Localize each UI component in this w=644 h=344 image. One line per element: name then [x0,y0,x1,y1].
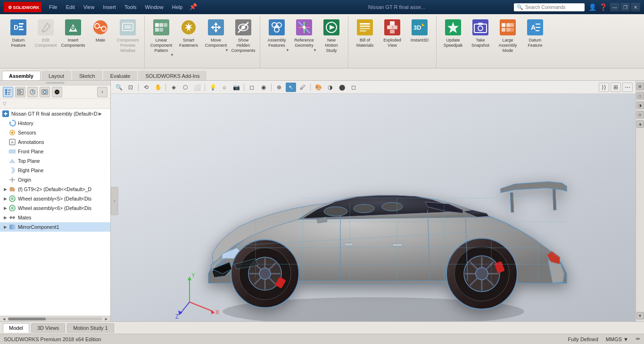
lp-top-handle[interactable] [0,81,110,85]
vp-right-toolbar: ⊞ ◻ ◑ ⊙ ◈ ▼ [636,81,644,321]
tab-assembly[interactable]: Assembly [2,71,41,80]
menu-tools[interactable]: Tools [121,3,140,11]
show-hidden-button[interactable]: ShowHiddenComponents [230,16,257,54]
move-component-button[interactable]: MoveComponent ▼ [202,16,230,57]
lp-feature-tree-btn[interactable] [3,87,13,97]
bottom-tab-3dviews[interactable]: 3D Views [31,323,65,333]
vp-zoom-fit-btn[interactable]: ⊡ [125,83,136,92]
vp-section-btn[interactable]: ◈ [168,83,179,92]
edit-component-button[interactable]: EditComponent [32,16,59,49]
menu-file[interactable]: File [45,3,61,11]
vp-ambiance-btn[interactable]: ◻ [348,83,359,92]
tab-layout[interactable]: Layout [41,71,71,80]
lp-appearance-btn[interactable] [52,87,62,97]
vp-right-btn-5[interactable]: ◈ [636,120,644,128]
tab-addins[interactable]: SOLIDWORKS Add-Ins [138,71,206,80]
tree-item-right-plane[interactable]: Right Plane [0,166,110,175]
vp-wireframe-btn[interactable]: ⬜ [192,83,202,92]
vp-right-expand-btn[interactable]: ⟩⟩ [599,83,609,92]
vp-camera-btn[interactable]: 📷 [231,83,241,92]
lp-property-manager-btn[interactable] [15,87,25,97]
wheel6-label: Wheel assembly<6> (Default<Dis [18,205,91,211]
question-icon[interactable]: ❓ [599,3,607,11]
datum-feature2-button[interactable]: A DatumFeature [521,16,549,49]
pin-icon[interactable]: 📌 [189,3,197,11]
menu-insert[interactable]: Insert [99,3,120,11]
vp-right-btn-1[interactable]: ⊞ [636,83,644,90]
insert-components-button[interactable]: + InsertComponents [59,16,87,49]
smart-fasteners-button[interactable]: SmartFasteners [175,16,202,49]
vp-normal-to-btn[interactable]: ⊕ [274,83,284,92]
menu-view[interactable]: View [80,3,99,11]
menu-window[interactable]: Window [141,3,167,11]
status-edit-icon[interactable]: ✏ [636,336,640,342]
vp-color-display-btn[interactable]: 🎨 [313,83,323,92]
reference-geometry-button[interactable]: ReferenceGeometry ▼ [290,16,318,57]
minimize-button[interactable]: — [610,3,619,11]
car-viewport-area[interactable]: Y X Z [111,94,636,321]
component-preview-button[interactable]: ComponentPreviewWindow [114,16,141,54]
units-label[interactable]: MMGS ▼ [606,336,628,342]
tree-item-wheel5[interactable]: ▶ Wheel assembly<5> (Default<Dis [0,194,110,203]
tab-sketch[interactable]: Sketch [72,71,102,80]
assembly-features-button[interactable]: AssemblyFeatures ▼ [263,16,290,57]
lp-dxf-view-btn[interactable] [40,87,50,97]
vp-rotate-btn[interactable]: ⟲ [141,83,151,92]
vp-hide-planes-btn[interactable]: ◻ [247,83,257,92]
tree-item-history[interactable]: History [0,118,110,128]
vp-right-btn-bottom[interactable]: ▼ [636,312,644,319]
maximize-button[interactable]: ❐ [620,3,630,11]
search-box[interactable]: 🔍 [514,3,585,11]
scroll-left-arrow[interactable]: ◄ [2,317,6,321]
take-snapshot-button[interactable]: TakeSnapshot [467,16,494,49]
vp-right-btn-3[interactable]: ◑ [636,101,644,109]
tree-item-front-plane[interactable]: Front Plane [0,147,110,156]
tree-item-mirror[interactable]: ▶ MirrorComponent1 [0,222,110,232]
tree-item-sensors[interactable]: Sensors [0,128,110,137]
tree-item-origin[interactable]: Origin [0,175,110,185]
vp-view-expand-btn[interactable]: ⊞ [611,83,621,92]
menu-edit[interactable]: Edit [62,3,79,11]
tree-item-top-plane[interactable]: Top Plane [0,156,110,166]
lp-config-manager-btn[interactable] [27,87,38,97]
menu-help[interactable]: Help [168,3,187,11]
vp-options-btn[interactable]: ⋯ [622,83,633,92]
datum-feature-button[interactable]: D DatumFeature [5,16,32,49]
vp-select-btn[interactable]: ↖ [286,83,296,92]
vp-right-btn-2[interactable]: ◻ [636,92,644,100]
vp-shadows-btn[interactable]: ⬤ [337,83,347,92]
tab-evaluate[interactable]: Evaluate [103,71,138,80]
vp-apply-scene-btn[interactable]: 💡 [207,83,218,92]
vp-view-settings-btn[interactable]: ◉ [258,83,269,92]
exploded-view-button[interactable]: ExplodedView [379,16,406,49]
bill-of-materials-button[interactable]: Bill ofMaterials [351,16,379,49]
vp-realview-btn[interactable]: ◑ [325,83,335,92]
vp-pan-btn[interactable]: ✋ [153,83,163,92]
vp-right-btn-4[interactable]: ⊙ [636,111,644,118]
user-icon[interactable]: 👤 [588,3,596,11]
update-speedpak-button[interactable]: UpdateSpeedpak [439,16,467,49]
vp-search-btn[interactable]: 🔍 [114,83,124,92]
linear-pattern-button[interactable]: Linear ComponentPattern ▼ [148,16,175,62]
scroll-thumb[interactable] [8,318,46,320]
bottom-tab-motion-study[interactable]: Motion Study 1 [67,323,114,333]
vp-display-btn[interactable]: ⬡ [180,83,190,92]
scroll-right-arrow[interactable]: ► [104,317,108,321]
tree-item-mates[interactable]: ▶ Mates [0,213,110,222]
bottom-tab-model[interactable]: Model [3,323,29,333]
instant3d-button[interactable]: 3D Instant3D [406,16,433,44]
close-button[interactable]: ✕ [631,3,640,11]
tree-item-wheel6[interactable]: ▶ Wheel assembly<6> (Default<Dis [0,203,110,213]
vp-lights-btn[interactable]: ☼ [219,83,230,92]
tabbar: Assembly Layout Sketch Evaluate SOLIDWOR… [0,68,644,81]
mate-button[interactable]: Mate [87,16,114,44]
new-motion-study-button[interactable]: NewMotionStudy [318,16,345,54]
vp-3d-sketch-btn[interactable]: 🖊 [297,83,308,92]
vp-left-edge-arrow[interactable]: ‹ [111,187,118,215]
search-input[interactable] [525,5,582,10]
tree-item-annotations[interactable]: A Annotations [0,137,110,147]
large-assembly-mode-button[interactable]: LargeAssemblyMode [494,16,521,54]
tree-item-root[interactable]: Nissan GT R final assembly (Default<D ▶ [0,109,110,118]
lp-expand-arrow[interactable]: › [97,87,107,97]
tree-item-gt9[interactable]: ▶ (f) GT9<2> (Default<<Default>_D [0,185,110,194]
